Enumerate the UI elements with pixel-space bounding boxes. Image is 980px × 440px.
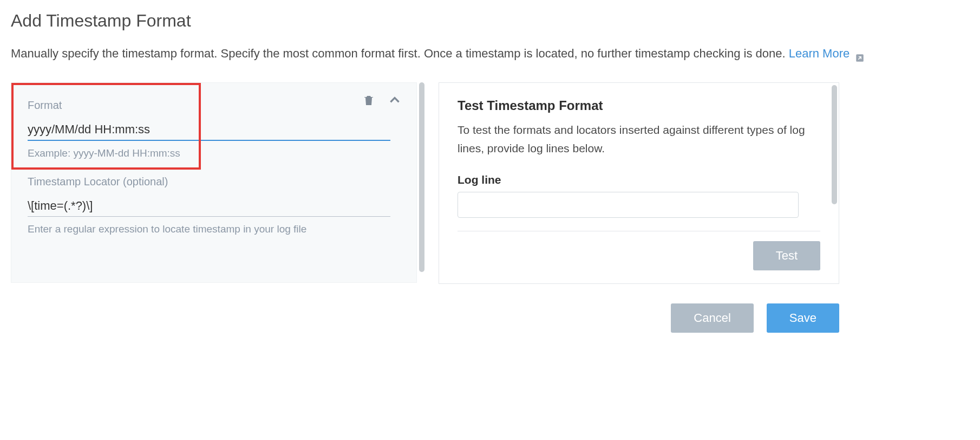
locator-label: Timestamp Locator (optional) [28,176,400,188]
delete-button[interactable] [361,94,376,109]
locator-field-group: Timestamp Locator (optional) Enter a reg… [28,176,400,235]
locator-hint: Enter a regular expression to locate tim… [28,223,400,235]
test-panel: Test Timestamp Format To test the format… [439,82,839,284]
format-field-group: Format Example: yyyy-MM-dd HH:mm:ss [28,99,400,159]
page-title: Add Timestamp Format [11,11,969,31]
external-link-icon [855,49,865,59]
save-button[interactable]: Save [767,303,839,333]
log-line-label: Log line [458,173,820,186]
right-column: Test Timestamp Format To test the format… [439,82,839,284]
learn-more-text: Learn More [789,47,850,60]
test-panel-title: Test Timestamp Format [458,98,820,113]
collapse-button[interactable] [387,94,402,109]
test-footer: Test [458,231,820,270]
right-scrollbar[interactable] [832,85,837,204]
trash-icon [362,94,375,109]
left-column: Format Example: yyyy-MM-dd HH:mm:ss Time… [11,82,417,284]
panel-actions [361,94,402,109]
cancel-button[interactable]: Cancel [671,303,753,333]
locator-input[interactable] [28,196,390,217]
learn-more-link[interactable]: Learn More [789,47,865,60]
left-scrollbar[interactable] [419,82,424,272]
description-text: Manually specify the timestamp format. S… [11,47,789,60]
format-label: Format [28,99,400,112]
test-button[interactable]: Test [753,241,820,270]
format-hint: Example: yyyy-MM-dd HH:mm:ss [28,147,400,159]
bottom-actions: Cancel Save [11,303,839,333]
test-panel-description: To test the formats and locators inserte… [458,121,820,157]
page-description: Manually specify the timestamp format. S… [11,44,969,63]
chevron-up-icon [388,93,402,109]
format-panel: Format Example: yyyy-MM-dd HH:mm:ss Time… [11,82,417,283]
log-line-input[interactable] [458,192,799,218]
two-column-layout: Format Example: yyyy-MM-dd HH:mm:ss Time… [11,82,969,284]
format-input[interactable] [28,119,390,141]
